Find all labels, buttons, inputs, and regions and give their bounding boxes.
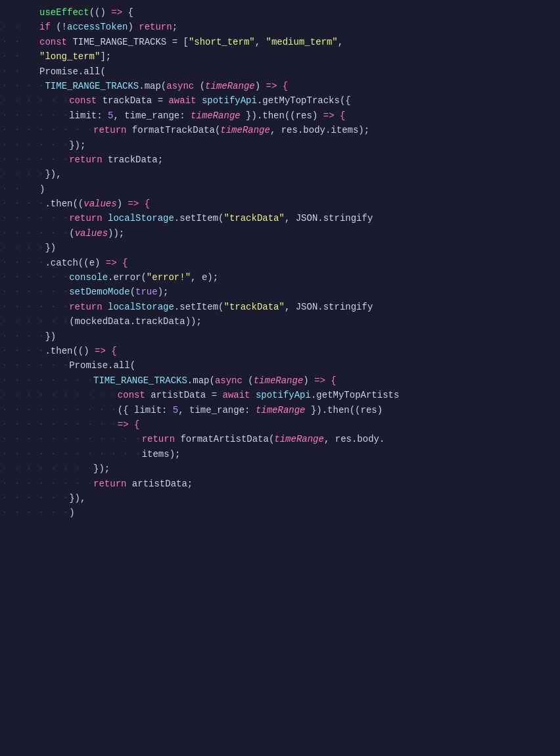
code-line: · · · · · · });: [0, 138, 560, 153]
line-dots: · · · ·: [0, 256, 45, 270]
line-dots: · · · · · · · ·: [0, 477, 93, 490]
code-line: · · · · · · · · · · · · return formatArt…: [0, 432, 560, 446]
line-dots: · · · · · ·: [0, 358, 69, 372]
line-code: Promise.all(: [69, 358, 555, 373]
line-dots: · · · ·: [0, 344, 45, 358]
line-dots: · · · ·: [0, 329, 45, 343]
line-code: .catch((e) => {: [45, 256, 555, 270]
line-code: }),: [69, 491, 555, 506]
code-line: · · · · · · const trackData = await spot…: [0, 93, 560, 108]
code-line: · · · · · · · · });: [0, 461, 560, 476]
line-dots: · · · · · ·: [0, 270, 69, 284]
code-line: · · · · · · · · · · ({ limit: 5, time_ra…: [0, 403, 560, 417]
line-dots: · · · ·: [0, 197, 45, 210]
line-dots: · · · · · ·: [0, 300, 69, 314]
line-code: TIME_RANGE_TRACKS.map(async (timeRange) …: [93, 373, 555, 388]
line-code: return localStorage.setItem("trackData",…: [69, 300, 555, 314]
line-code: }),: [45, 167, 555, 181]
line-code: useEffect(() => {: [39, 5, 555, 20]
code-line: useEffect(() => {: [0, 5, 560, 20]
line-code: limit: 5, time_range: timeRange }).then(…: [69, 108, 555, 123]
line-code: console.error("error!", e);: [69, 270, 555, 285]
code-line: · · · · TIME_RANGE_TRACKS.map(async (tim…: [0, 79, 560, 93]
code-line: · · · · · · ): [0, 506, 560, 520]
line-dots: · ·: [0, 64, 39, 78]
code-editor: useEffect(() => {· · if (!accessToken) r…: [0, 0, 560, 526]
line-code: setDemoMode(true);: [69, 285, 555, 299]
line-dots: · ·: [0, 182, 39, 196]
line-code: if (!accessToken) return;: [39, 20, 555, 34]
line-dots: · · · · · ·: [0, 285, 69, 298]
code-line: · · · · · · limit: 5, time_range: timeRa…: [0, 108, 560, 123]
code-line: · · · · · · · · TIME_RANGE_TRACKS.map(as…: [0, 373, 560, 388]
line-code: }): [45, 329, 555, 344]
line-code: .then(() => {: [45, 344, 555, 358]
line-code: return trackData;: [69, 153, 555, 167]
code-line: · · · · · · · · · · · · items);: [0, 447, 560, 461]
line-dots: · · · · · ·: [0, 491, 69, 505]
code-line: · · · · }),: [0, 167, 560, 181]
line-dots: · · · · · ·: [0, 153, 69, 166]
line-code: return localStorage.setItem("trackData",…: [69, 211, 555, 225]
code-line: · · Promise.all(: [0, 64, 560, 79]
line-dots: · · · · · · · ·: [0, 373, 93, 387]
code-line: · · · · · · return trackData;: [0, 153, 560, 167]
code-line: · · · · .then((values) => {: [0, 197, 560, 211]
code-line: · · · · · · (values));: [0, 226, 560, 241]
line-dots: [0, 5, 39, 7]
line-dots: · · · ·: [0, 167, 45, 181]
line-dots: · · · · · · · · · · · ·: [0, 432, 142, 446]
code-line: · · ): [0, 182, 560, 197]
line-code: .then((values) => {: [45, 197, 555, 211]
line-code: TIME_RANGE_TRACKS.map(async (timeRange) …: [45, 79, 555, 93]
line-dots: · · · · · ·: [0, 211, 69, 225]
line-code: return artistData;: [93, 477, 555, 491]
line-dots: · · · · · ·: [0, 138, 69, 152]
line-code: "long_term"];: [39, 49, 555, 64]
line-dots: · · · · · ·: [0, 314, 69, 328]
line-dots: · ·: [0, 49, 39, 63]
line-dots: · ·: [0, 20, 39, 34]
code-line: · · · · · · return localStorage.setItem(…: [0, 211, 560, 225]
code-line: · · · · · · · · · · => {: [0, 417, 560, 432]
line-code: ({ limit: 5, time_range: timeRange }).th…: [118, 403, 555, 417]
code-line: · · · · .catch((e) => {: [0, 256, 560, 270]
line-code: items);: [142, 447, 555, 461]
code-line: · · · · · · return localStorage.setItem(…: [0, 300, 560, 314]
code-line: · · · · · · }),: [0, 491, 560, 506]
line-code: (mockedData.trackData));: [69, 314, 555, 329]
code-line: · · if (!accessToken) return;: [0, 20, 560, 34]
code-line: · · · · · · (mockedData.trackData));: [0, 314, 560, 329]
code-line: · · · · · · console.error("error!", e);: [0, 270, 560, 285]
line-dots: · · · · · · · · · · · ·: [0, 447, 142, 461]
line-code: (values));: [69, 226, 555, 241]
line-code: => {: [118, 417, 555, 432]
code-line: · · · · .then(() => {: [0, 344, 560, 358]
code-line: · · "long_term"];: [0, 49, 560, 64]
line-code: });: [69, 138, 555, 153]
line-code: }): [45, 241, 555, 255]
line-code: const trackData = await spotifyApi.getMy…: [69, 93, 555, 108]
line-code: return formatArtistData(timeRange, res.b…: [142, 432, 555, 446]
code-line: · · · · · · · · return formatTrackData(t…: [0, 123, 560, 137]
line-dots: · ·: [0, 35, 39, 49]
line-dots: · · · · · · · ·: [0, 123, 93, 137]
line-dots: · · · ·: [0, 241, 45, 254]
code-line: · · · · }): [0, 329, 560, 344]
line-code: ): [39, 182, 555, 197]
line-dots: · · · · · · · ·: [0, 461, 93, 475]
code-line: · · · · · · Promise.all(: [0, 358, 560, 373]
line-code: ): [69, 506, 555, 520]
line-code: });: [93, 461, 555, 476]
line-code: const TIME_RANGE_TRACKS = ["short_term",…: [39, 35, 555, 49]
code-line: · · · · · · · · return artistData;: [0, 477, 560, 491]
line-dots: · · · · · ·: [0, 108, 69, 122]
code-line: · · · · · · · · · · const artistData = a…: [0, 388, 560, 402]
line-dots: · · · · · ·: [0, 93, 69, 107]
code-line: · · · · · · setDemoMode(true);: [0, 285, 560, 299]
line-code: const artistData = await spotifyApi.getM…: [118, 388, 555, 402]
line-dots: · · · · · ·: [0, 226, 69, 240]
line-dots: · · · · · · · · · ·: [0, 417, 118, 431]
line-code: Promise.all(: [39, 64, 555, 79]
line-dots: · · · ·: [0, 79, 45, 93]
